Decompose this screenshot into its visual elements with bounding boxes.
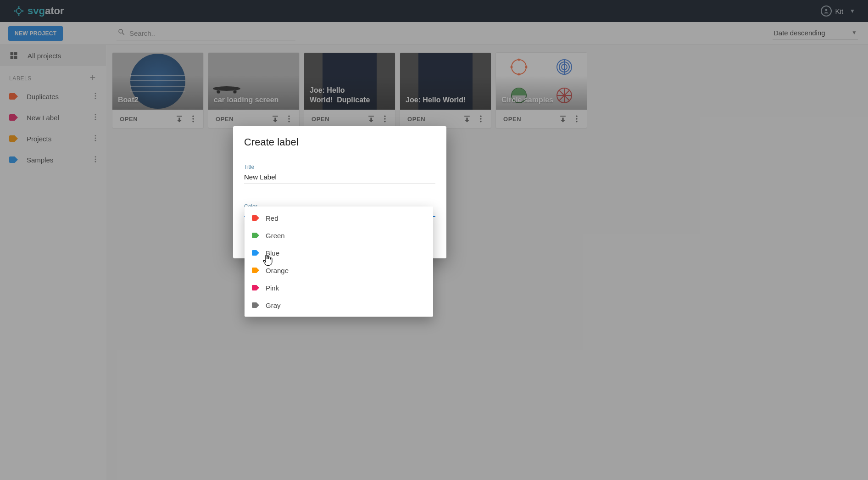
color-name: Pink	[266, 284, 279, 292]
title-field-label: Title	[244, 164, 435, 170]
color-name: Gray	[266, 301, 281, 309]
color-name: Blue	[266, 249, 279, 257]
tag-icon	[252, 285, 259, 290]
tag-icon	[252, 302, 259, 308]
color-name: Green	[266, 232, 285, 240]
color-option[interactable]: Red	[245, 209, 433, 227]
color-option[interactable]: Pink	[245, 279, 433, 296]
color-option[interactable]: Blue	[245, 244, 433, 262]
title-input[interactable]	[244, 170, 435, 184]
tag-icon	[252, 268, 259, 273]
color-option[interactable]: Gray	[245, 296, 433, 314]
color-dropdown: RedGreenBlueOrangePinkGray	[245, 207, 433, 317]
title-field-wrap: Title	[244, 164, 435, 184]
tag-icon	[252, 215, 259, 221]
color-name: Orange	[266, 267, 289, 274]
color-option[interactable]: Green	[245, 227, 433, 244]
color-name: Red	[266, 214, 278, 222]
modal-heading: Create label	[244, 136, 435, 148]
color-option[interactable]: Orange	[245, 262, 433, 279]
tag-icon	[252, 250, 259, 256]
tag-icon	[252, 233, 259, 238]
